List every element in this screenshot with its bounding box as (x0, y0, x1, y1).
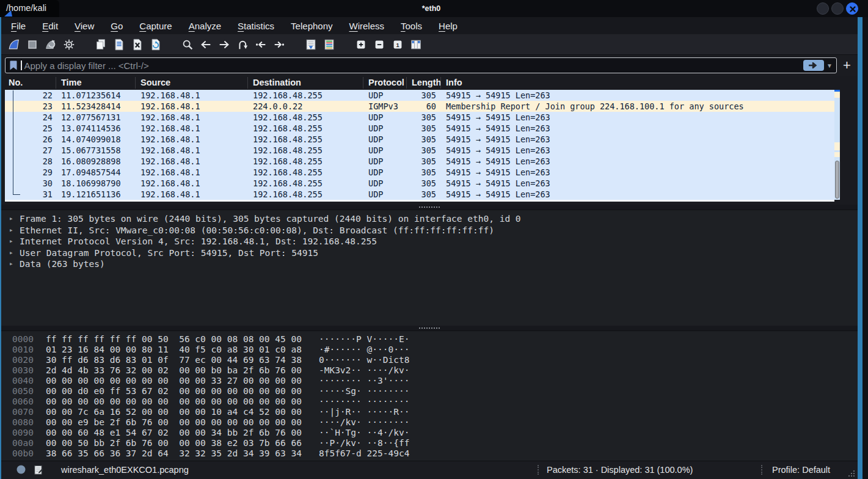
cell-time: 15.067731558 (56, 145, 136, 156)
cell-time: 16.080928898 (56, 156, 136, 167)
packet-list-scrollbar[interactable] (834, 90, 840, 200)
go-back-button[interactable] (197, 36, 215, 53)
capture-options-icon (62, 38, 76, 51)
go-to-packet-button[interactable] (233, 36, 252, 53)
zoom-in-button[interactable] (352, 36, 370, 53)
packet-row[interactable]: 2412.077567131192.168.48.1192.168.48.255… (5, 112, 834, 123)
menu-statistics[interactable]: Statistics (238, 21, 274, 31)
restart-capture-button[interactable] (42, 36, 60, 53)
expand-triangle-icon[interactable]: ▸ (9, 236, 13, 247)
go-last-button[interactable] (270, 36, 288, 53)
hex-row[interactable]: 007000 00 7c 6a 16 52 00 00 00 00 10 a4 … (1, 407, 858, 417)
colorize-button[interactable] (320, 36, 338, 53)
stop-capture-button[interactable] (23, 36, 42, 53)
packet-row[interactable]: 2816.080928898192.168.48.1192.168.48.255… (5, 156, 834, 167)
open-file-button[interactable] (92, 36, 110, 53)
hex-row[interactable]: 00b038 66 35 66 36 37 2d 64 32 32 35 2d … (1, 448, 858, 459)
go-first-button[interactable] (252, 36, 270, 53)
hex-bytes: 01 23 16 84 00 00 80 11 40 f5 c0 a8 30 0… (34, 345, 302, 354)
hex-row[interactable]: 008000 00 e9 be 2f 6b 76 00 00 00 00 00 … (1, 417, 858, 428)
detail-line[interactable]: ▸Frame 1: 305 bytes on wire (2440 bits),… (1, 213, 858, 225)
menu-telephony[interactable]: Telephony (291, 21, 332, 31)
menu-capture[interactable]: Capture (139, 21, 172, 31)
capture-filename[interactable]: wireshark_eth0EXKCO1.pcapng (61, 461, 189, 478)
detail-line[interactable]: ▸Data (263 bytes) (1, 258, 858, 270)
find-packet-button[interactable] (178, 36, 197, 53)
column-header-info[interactable]: Info (441, 77, 858, 89)
packet-row[interactable]: 3018.106998790192.168.48.1192.168.48.255… (5, 178, 834, 189)
hex-row[interactable]: 004000 00 00 00 00 00 00 00 00 00 33 27 … (1, 376, 858, 386)
scrollbar-thumb[interactable] (835, 161, 839, 199)
resize-columns-button[interactable] (407, 36, 425, 53)
bookmark-icon[interactable] (9, 60, 18, 71)
profile-label[interactable]: Profile: Default (772, 461, 830, 478)
menu-help[interactable]: Help (439, 21, 458, 31)
packet-row[interactable]: 2614.074099018192.168.48.1192.168.48.255… (5, 134, 834, 145)
cell-info: 54915 → 54915 Len=263 (441, 112, 834, 123)
display-filter-input[interactable] (22, 60, 804, 71)
pane-splitter-top[interactable] (1, 205, 858, 210)
packet-row[interactable]: 2311.523428414192.168.48.1224.0.0.22IGMP… (5, 101, 834, 112)
close-button[interactable] (846, 2, 858, 15)
minimize-button[interactable] (817, 2, 829, 15)
expand-triangle-icon[interactable]: ▸ (9, 213, 13, 225)
zoom-100-button[interactable]: 1 (388, 36, 407, 53)
menu-edit[interactable]: Edit (42, 21, 58, 31)
close-file-button[interactable] (128, 36, 147, 53)
expand-triangle-icon[interactable]: ▸ (9, 225, 13, 236)
horizontal-scrollbar[interactable] (5, 200, 834, 202)
expand-triangle-icon[interactable]: ▸ (9, 247, 13, 259)
hex-row[interactable]: 00a000 00 50 bb 2f 6b 76 00 00 00 38 e2 … (1, 438, 858, 448)
add-filter-button-button[interactable]: + (843, 57, 851, 73)
hex-row[interactable]: 005000 00 d0 e0 ff 53 67 02 00 00 00 00 … (1, 386, 858, 397)
cell-info: 54915 → 54915 Len=263 (441, 156, 834, 167)
detail-line[interactable]: ▸Internet Protocol Version 4, Src: 192.1… (1, 236, 858, 247)
capture-comment-icon[interactable] (33, 464, 44, 477)
packet-row[interactable]: 2211.071235614192.168.48.1192.168.48.255… (5, 90, 834, 101)
column-header-time[interactable]: Time (56, 77, 136, 89)
packet-list: No.TimeSourceDestinationProtocolLengthIn… (1, 76, 858, 205)
maximize-button[interactable] (831, 2, 844, 15)
packet-row[interactable]: 2917.094857544192.168.48.1192.168.48.255… (5, 167, 834, 178)
hex-bytes: 2d 4d 4b 33 76 32 00 02 00 00 b0 ba 2f 6… (34, 365, 302, 375)
cell-info: 54915 → 54915 Len=263 (441, 134, 834, 145)
hex-row[interactable]: 001001 23 16 84 00 00 80 11 40 f5 c0 a8 … (1, 345, 858, 355)
menu-tools[interactable]: Tools (401, 21, 422, 31)
menu-file[interactable]: File (11, 21, 26, 31)
pane-splitter-bottom[interactable] (1, 326, 858, 331)
auto-scroll-button[interactable] (302, 36, 320, 53)
packet-row[interactable]: 2715.067731558192.168.48.1192.168.48.255… (5, 145, 834, 156)
save-file-button[interactable] (110, 36, 128, 53)
apply-filter-button[interactable] (803, 60, 824, 71)
resize-grip[interactable] (848, 470, 855, 477)
hex-row[interactable]: 00302d 4d 4b 33 76 32 00 02 00 00 b0 ba … (1, 365, 858, 376)
menu-view[interactable]: View (75, 21, 94, 31)
start-capture-button[interactable] (5, 36, 23, 53)
hex-row[interactable]: 002030 ff d6 83 d6 83 01 0f 77 ec 00 44 … (1, 355, 858, 365)
hex-row[interactable]: 009000 00 60 48 e1 54 67 02 00 00 34 bb … (1, 428, 858, 438)
go-forward-button[interactable] (215, 36, 233, 53)
detail-line[interactable]: ▸User Datagram Protocol, Src Port: 54915… (1, 247, 858, 259)
hex-row[interactable]: 0000ff ff ff ff ff ff 00 50 56 c0 00 08 … (1, 334, 858, 345)
menu-wireless[interactable]: Wireless (349, 21, 385, 31)
packet-row[interactable]: 2513.074114536192.168.48.1192.168.48.255… (5, 123, 834, 134)
reload-file-button[interactable] (147, 36, 165, 53)
capture-options-button[interactable] (60, 36, 78, 53)
filter-dropdown-caret[interactable]: ▼ (825, 62, 834, 69)
column-header-no[interactable]: No. (5, 77, 56, 89)
packet-row[interactable]: 3119.121651136192.168.48.1192.168.48.255… (5, 189, 834, 200)
menu-analyze[interactable]: Analyze (189, 21, 221, 31)
column-header-length[interactable]: Length (407, 77, 441, 89)
column-header-destination[interactable]: Destination (248, 77, 363, 89)
menu-go[interactable]: Go (111, 21, 123, 31)
hex-row[interactable]: 006000 00 00 00 00 00 00 00 00 00 00 00 … (1, 397, 858, 407)
expert-info-icon[interactable] (16, 464, 26, 477)
wireshark-window: FileEditViewGoCaptureAnalyzeStatisticsTe… (0, 17, 863, 479)
resize-columns-icon (409, 38, 423, 51)
detail-line[interactable]: ▸Ethernet II, Src: VMware_c0:00:08 (00:5… (1, 225, 858, 236)
column-header-protocol[interactable]: Protocol (363, 77, 407, 89)
expand-triangle-icon[interactable]: ▸ (9, 258, 13, 270)
column-header-source[interactable]: Source (136, 77, 248, 89)
display-filter-field[interactable]: ▼ (5, 57, 837, 73)
zoom-out-button[interactable] (370, 36, 388, 53)
